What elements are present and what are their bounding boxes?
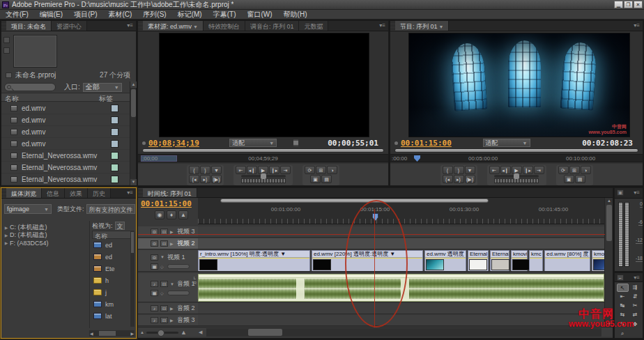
- media-file-item[interactable]: Ete: [92, 263, 131, 275]
- keyframe-icon[interactable]: ◇: [160, 291, 165, 295]
- collapsed-arrow-icon[interactable]: ▶: [3, 240, 10, 245]
- project-item[interactable]: ed.wmv: [1, 114, 131, 126]
- timeline-tab[interactable]: 时间线: 序列 01: [143, 188, 197, 197]
- project-item[interactable]: Eternal_Neverossa.wmv: [1, 173, 131, 185]
- toggle-track-output-icon[interactable]: ⊙: [151, 254, 158, 261]
- keyframe-icon[interactable]: ◇: [160, 264, 165, 269]
- scroll-up-icon[interactable]: ▲: [605, 199, 613, 203]
- shuttle-slider[interactable]: [241, 175, 286, 178]
- panel-grip[interactable]: [138, 21, 143, 31]
- scrollbar-thumb[interactable]: [248, 329, 282, 336]
- menu-item-5[interactable]: 序列(S): [137, 10, 171, 20]
- go-to-out-point-button[interactable]: ▸}: [454, 175, 464, 183]
- zoom-tool[interactable]: ⌕: [617, 330, 629, 338]
- set-encore-chapter-marker-icon[interactable]: ♦: [167, 210, 176, 219]
- output-button[interactable]: ◑: [581, 166, 591, 174]
- step-forward-button[interactable]: ❙▸: [523, 166, 533, 174]
- project-item[interactable]: ed.wmv: [1, 138, 131, 150]
- video-track-1-lane[interactable]: r_intro.wmv [150%] 明度:透明度 ▼ed.wmv [220%]…: [198, 250, 604, 272]
- label-chip[interactable]: [111, 105, 118, 112]
- panel-grip[interactable]: [1, 188, 6, 198]
- timeline-timecode[interactable]: 00:01:15:00: [141, 199, 192, 208]
- video-track-2-header[interactable]: ⊙ ⊡ ▶ 视频 2: [138, 238, 198, 249]
- panel-menu-icon[interactable]: ▾≡: [634, 273, 643, 281]
- timeline-clip[interactable]: kmo: [592, 250, 604, 272]
- set-in-point-button[interactable]: {: [189, 166, 199, 174]
- output-button[interactable]: ◑: [327, 166, 337, 174]
- file-list-hscrollbar[interactable]: ◀ ▶: [89, 330, 135, 337]
- minimize-button[interactable]: ▁: [614, 1, 623, 8]
- label-chip[interactable]: [111, 140, 118, 148]
- razor-tool[interactable]: ✂: [629, 302, 641, 310]
- source-tab-2[interactable]: 特效控制台: [204, 21, 245, 31]
- collapse-arrow-icon[interactable]: ▶: [170, 229, 175, 234]
- media-file-item[interactable]: lat: [92, 310, 131, 322]
- keyframe-navigator[interactable]: [167, 264, 190, 269]
- panel-menu-icon[interactable]: ▾≡: [634, 188, 643, 198]
- scroll-left-icon[interactable]: ◀: [90, 331, 93, 337]
- maximize-button[interactable]: ❐: [624, 1, 633, 8]
- source-timecode[interactable]: 00;08;34;19: [148, 139, 199, 148]
- snap-icon[interactable]: ◉: [155, 210, 164, 219]
- toggle-track-output-icon[interactable]: ⊙: [151, 240, 158, 247]
- set-unnumbered-marker-icon[interactable]: ▲: [178, 210, 188, 219]
- dropdown-arrow-icon[interactable]: ▼: [192, 24, 198, 29]
- menu-item-8[interactable]: 窗口(W): [241, 10, 277, 20]
- panel-menu-icon[interactable]: ▾≡: [379, 21, 388, 31]
- scroll-up-icon[interactable]: ▲: [130, 82, 137, 88]
- play-in-to-out-button[interactable]: {▶}: [465, 175, 475, 183]
- audio-track-3-header[interactable]: ♪ ⊡ ▶ 音频 3: [138, 315, 198, 326]
- label-chip[interactable]: [111, 116, 118, 124]
- track-lock-icon[interactable]: ⊡: [160, 281, 168, 287]
- close-button[interactable]: ✕: [634, 1, 643, 8]
- media-browser-tab-3[interactable]: 效果: [65, 188, 88, 198]
- go-to-in-point-button[interactable]: {◂: [189, 175, 199, 183]
- scroll-right-icon[interactable]: ▶: [130, 331, 134, 337]
- overlay-button[interactable]: ▤: [321, 175, 332, 183]
- program-zoom-dropdown[interactable]: 适配 ▼: [483, 139, 530, 147]
- file-type-dropdown[interactable]: 所有支持的文件: [86, 204, 135, 214]
- project-item[interactable]: Eternal_Neverossa.wmv: [1, 162, 131, 173]
- source-tab-1[interactable]: 素材源: ed.wmv ▼: [143, 21, 204, 31]
- scrollbar-thumb[interactable]: [131, 89, 136, 117]
- shuttle-slider[interactable]: [494, 175, 539, 178]
- scroll-down-icon[interactable]: ▼: [130, 179, 137, 185]
- go-to-previous-edit-point-button[interactable]: ⇤: [236, 166, 246, 174]
- collapsed-arrow-icon[interactable]: ▶: [3, 225, 10, 230]
- view-as-dropdown[interactable]: 文: [115, 222, 125, 230]
- overlay-button[interactable]: ▤: [575, 175, 585, 183]
- project-tab-2[interactable]: 资源中心: [52, 21, 87, 31]
- jog-disk[interactable]: [241, 178, 286, 183]
- collapse-arrow-icon[interactable]: ▶: [170, 241, 175, 246]
- media-browser-tab-2[interactable]: 信息: [42, 188, 65, 198]
- jog-disk[interactable]: [494, 178, 539, 183]
- drive-item[interactable]: ▶D: (本机磁盘): [3, 231, 86, 239]
- entry-dropdown[interactable]: 全部 ▼: [83, 83, 122, 92]
- timeline-clip[interactable]: ed.wmv [80%] 度 ▼: [544, 250, 590, 272]
- step-back-button[interactable]: ◂❙: [500, 166, 511, 174]
- menu-item-1[interactable]: 文件(F): [0, 10, 34, 20]
- scrollbar-thumb[interactable]: [606, 205, 612, 241]
- label-chip[interactable]: [111, 176, 118, 183]
- set-unnumbered-marker-button[interactable]: ▼: [465, 166, 475, 174]
- slide-tool[interactable]: ⇄: [629, 311, 641, 319]
- program-scrubber[interactable]: :00:0000:05:00:0000:10:00:00: [390, 154, 643, 162]
- set-out-point-button[interactable]: }: [454, 166, 464, 174]
- track-select-tool[interactable]: ⇶: [629, 284, 641, 292]
- insert-button[interactable]: ▣: [564, 175, 574, 183]
- video-track-2-lane[interactable]: [198, 238, 604, 249]
- expand-arrow-icon[interactable]: ▼: [160, 255, 165, 259]
- label-chip[interactable]: [111, 164, 118, 171]
- insert-button[interactable]: ▣: [310, 175, 321, 183]
- audio-meter-tab-icon[interactable]: ≣: [617, 190, 624, 196]
- timeline-clip[interactable]: kmovie.: [511, 250, 528, 272]
- source-zoom-dropdown[interactable]: 适配 ▼: [229, 139, 277, 147]
- media-file-item[interactable]: h: [92, 275, 131, 286]
- media-file-item[interactable]: ed: [92, 251, 131, 263]
- step-forward-button[interactable]: ❙▸: [269, 166, 279, 174]
- rolling-edit-tool[interactable]: ⇵: [629, 293, 641, 301]
- set-display-style-icon[interactable]: ▦: [151, 290, 158, 296]
- ripple-edit-tool[interactable]: ⇤: [617, 293, 629, 301]
- rate-stretch-tool[interactable]: ↹: [617, 302, 629, 310]
- go-to-previous-edit-point-button[interactable]: ⇤: [489, 166, 500, 174]
